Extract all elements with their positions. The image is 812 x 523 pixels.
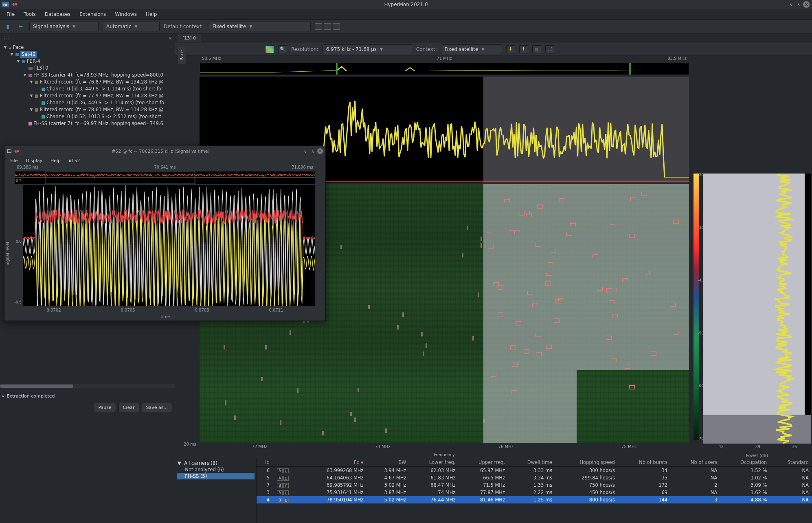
popup-title: #52 @ fc = 78626.315 kHz (Signal vs time…	[19, 149, 303, 154]
status-panel: ▸ Extraction completed Pause Clear Save …	[0, 389, 175, 523]
tree-row[interactable]: ▼Filtered record (fc = 77.97 MHz, BW = 1…	[2, 92, 173, 99]
grid-icon[interactable]: ▦	[532, 45, 541, 53]
export-up-icon[interactable]: ⬆	[519, 45, 528, 53]
tree-header: ⋮⋮ ✕	[0, 33, 175, 43]
tree-row[interactable]: ▼FER-4	[2, 58, 173, 65]
popup-menu-id[interactable]: id 52	[66, 157, 83, 164]
table-row[interactable]: 3A▯75.931641 MHz3.87 MHz74 MHz77.87 MHz2…	[257, 489, 812, 496]
table-row[interactable]: 5A▯64.164063 MHz4.67 MHz61.83 MHz66.5 MH…	[257, 474, 812, 481]
menu-file[interactable]: File	[2, 10, 19, 18]
mode-combo-value: Automatic	[106, 24, 132, 29]
tree-row[interactable]: Channel 0 (id 36, 449 S -> 1.114 ms) (to…	[2, 99, 173, 106]
clear-button[interactable]: Clear	[119, 403, 139, 412]
tree-row[interactable]: ▼FH-SS (carrier 4): fc=78.93 MHz, hoppin…	[2, 72, 173, 79]
popup-menu-file[interactable]: File	[7, 157, 21, 164]
popup-overview[interactable]	[15, 171, 315, 184]
tree-close-icon[interactable]: ✕	[168, 35, 172, 41]
tree-row[interactable]: Channel 0 (id 52, 1013 S -> 2.512 ms) (t…	[2, 113, 173, 120]
chevron-down-icon: ▼	[380, 47, 383, 51]
analysis-toolbar: ⊘ 🔍 Resolution: 6.975 kHz - 71.68 µs▼ Co…	[175, 43, 812, 55]
maximize-icon[interactable]: ∧	[796, 2, 801, 7]
table-row[interactable]: 7B▯69.985792 MHz3.02 MHz68.47 MHz71.5 MH…	[257, 481, 812, 489]
tree-row[interactable]: ▼Filtered record (fc = 76.87 MHz, BW = 1…	[2, 79, 173, 86]
tree-row[interactable]: ▼Filtered record (fc = 78.63 MHz, BW = 1…	[2, 106, 173, 113]
popup-close-icon[interactable]: ✕	[317, 148, 323, 154]
tree-row[interactable]: Channel 0 (id 3, 449 S -> 1.114 ms) (too…	[2, 86, 173, 92]
context-combo[interactable]: Fixed satellite▼	[209, 22, 311, 31]
overview-strip[interactable]	[200, 63, 689, 75]
close-icon[interactable]: ✕	[803, 1, 810, 8]
analysis-context-combo[interactable]: Fixed satellite▼	[441, 44, 502, 54]
popup-title-bar[interactable]: 🗔 📌 #52 @ fc = 78626.315 kHz (Signal vs …	[4, 146, 325, 156]
list-item[interactable]: Not analyzed (6)	[177, 466, 255, 473]
layout-1-button[interactable]	[315, 23, 322, 30]
status-twisty-icon[interactable]: ▸	[2, 394, 4, 398]
tree-scrollbar[interactable]	[0, 384, 175, 389]
freq-x-scale: 72 MHz74 MHz76 MHz78 MHz	[198, 444, 691, 452]
tree-row[interactable]: ▼▴Pace	[2, 44, 173, 51]
popup-plot[interactable]	[23, 185, 315, 306]
analysis-combo[interactable]: Signal analysis▼	[29, 22, 99, 31]
view-color-icon[interactable]	[265, 45, 274, 53]
layout-buttons	[315, 23, 340, 30]
power-plot[interactable]: -42-39-36 Power (dB)	[702, 173, 812, 458]
menu-databases[interactable]: Databases	[41, 10, 75, 18]
layout-3-button[interactable]	[333, 23, 340, 30]
tree-row[interactable]: [13] 0	[2, 65, 173, 72]
status-text: Extraction completed	[7, 393, 55, 399]
list-item[interactable]: ▼ All carriers (8)	[177, 460, 255, 466]
project-tree[interactable]: ▼▴Pace▼Sat-f2▼FER-4[13] 0▼FH-SS (carrier…	[0, 43, 175, 149]
chevron-down-icon: ▼	[135, 24, 138, 29]
power-x-scale: -42-39-36	[702, 444, 812, 453]
popup-menu-display[interactable]: Display	[22, 157, 46, 164]
tree-row[interactable]: ▼Sat-f2	[2, 51, 173, 58]
popup-app-icon: 🗔	[7, 149, 11, 154]
power-x-label: Power (dB)	[702, 453, 812, 458]
carriers-table[interactable]: IdFc ▼BWLower freq.Upper freq.Dwell time…	[257, 458, 812, 523]
popup-y-label: Signal level	[5, 242, 10, 266]
colorbar: -20-30-40 -50-60-70	[691, 173, 702, 441]
pause-button[interactable]: Pause	[94, 403, 116, 412]
freq-x-label: Frequency	[198, 452, 691, 458]
tree-row[interactable]: FH-SS (carrier 7): fc=69.97 MHz, hopping…	[2, 120, 173, 127]
popup-max-icon[interactable]: ∧	[310, 148, 316, 154]
list-item[interactable]: FH-SS (5)	[177, 473, 255, 479]
popup-menu-help[interactable]: Help	[47, 157, 64, 164]
pin-icon[interactable]: 📌	[11, 1, 18, 9]
context-label: Default context :	[164, 24, 205, 29]
resolution-combo[interactable]: 6.975 kHz - 71.68 µs▼	[323, 44, 412, 54]
analysis-context-label: Context:	[416, 46, 437, 52]
table-row[interactable]: 4B▯78.950104 MHz5.02 MHz76.44 MHz81.46 M…	[257, 496, 812, 503]
prev-icon[interactable]: ⬅	[16, 22, 25, 31]
window-title: HyperMon 2021.0	[384, 2, 428, 7]
popup-min-icon[interactable]: ∨	[303, 148, 308, 154]
tab-strip: [13] 0	[175, 33, 812, 43]
menu-extensions[interactable]: Extensions	[75, 10, 110, 18]
chevron-down-icon: ▼	[249, 24, 252, 29]
popup-menu-bar: File Display Help id 52	[4, 156, 325, 165]
minimize-icon[interactable]: ∨	[788, 2, 794, 7]
mode-combo[interactable]: Automatic▼	[103, 22, 160, 31]
context-combo-value: Fixed satellite	[213, 24, 246, 29]
pace-side-tab[interactable]: Pace	[178, 47, 186, 64]
signal-popup[interactable]: 🗔 📌 #52 @ fc = 78626.315 kHz (Signal vs …	[4, 146, 326, 321]
menu-tools[interactable]: Tools	[20, 10, 40, 18]
popup-x-scale: 0.07020.07050.07080.0711	[4, 308, 325, 314]
carrier-category-list[interactable]: ▼ All carriers (8) Not analyzed (6) FH-S…	[175, 458, 257, 523]
magnify-icon[interactable]: 🔍	[278, 45, 287, 53]
saveas-button[interactable]: Save as...	[142, 403, 172, 412]
folder-icon[interactable]: ▮	[3, 22, 12, 31]
expand-icon[interactable]: ⛶	[545, 45, 554, 53]
menu-windows[interactable]: Windows	[111, 10, 141, 18]
resolution-label: Resolution:	[291, 46, 318, 52]
layout-2-button[interactable]	[324, 23, 331, 30]
export-down-icon[interactable]: ⬇	[506, 45, 515, 53]
app-logo-icon: m	[2, 2, 9, 7]
tree-drag-icon[interactable]: ⋮⋮	[2, 35, 11, 41]
tab-main[interactable]: [13] 0	[178, 34, 201, 42]
table-row[interactable]: 6A▯63.999268 MHz3.94 MHz62.03 MHz65.97 M…	[257, 467, 812, 475]
popup-top-scale: 69.386 ms70.641 ms71.896 ms	[4, 165, 325, 171]
resolution-value: 6.975 kHz - 71.68 µs	[326, 46, 377, 52]
menu-help[interactable]: Help	[142, 10, 161, 18]
toolbar: ▮ ⬅ Signal analysis▼ Automatic▼ Default …	[0, 20, 812, 33]
